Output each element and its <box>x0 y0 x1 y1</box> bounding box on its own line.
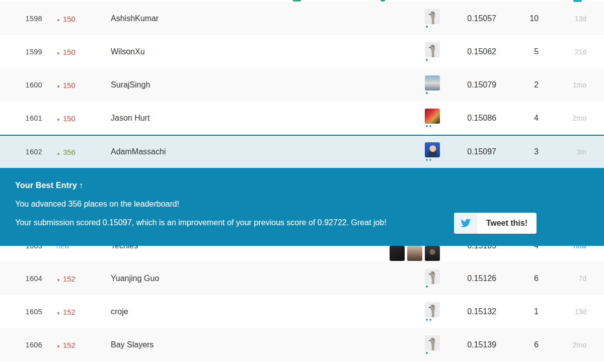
leaderboard-row[interactable]: 1601 150 Jason Hurt 0.15086 4 2mo <box>0 102 604 135</box>
team-name[interactable]: SurajSingh <box>111 80 425 89</box>
score: 0.15126 <box>440 274 496 283</box>
photo-avatar[interactable] <box>390 246 405 261</box>
rank: 1602 <box>12 148 42 156</box>
tier-dots <box>426 319 428 321</box>
leaderboard-row[interactable]: 1598 150 AshishKumar 0.15057 10 13d <box>0 2 604 35</box>
entries-count: 5 <box>496 47 539 56</box>
leaderboard-row[interactable]: 1605 152 croje 0.15132 1 13d <box>0 295 604 328</box>
avatar[interactable] <box>425 75 440 95</box>
last-submission: 21d <box>539 48 586 56</box>
clipped-previous-row <box>0 0 604 2</box>
entries-count: 4 <box>496 114 539 123</box>
tier-dots <box>426 352 428 354</box>
score: 0.15139 <box>440 340 496 349</box>
score: 0.15105 <box>440 246 496 250</box>
rank-up-icon <box>56 148 60 156</box>
avatar[interactable] <box>425 42 440 61</box>
team-name[interactable]: Jason Hurt <box>111 114 425 123</box>
rank: 1601 <box>12 114 42 122</box>
photo-avatar[interactable] <box>425 109 440 124</box>
last-submission: 2mo <box>539 341 586 349</box>
leaderboard: 1598 150 AshishKumar 0.15057 10 13d 1599… <box>0 0 604 364</box>
tweet-this-button[interactable]: Tweet this! <box>454 213 537 234</box>
last-submission: 2mo <box>539 114 586 122</box>
entries-count: 4 <box>496 246 539 250</box>
score: 0.15086 <box>440 114 496 123</box>
rank-change: 152 <box>56 308 97 316</box>
last-submission: 13d <box>539 15 586 23</box>
team-name[interactable]: Bay Slayers <box>111 340 425 349</box>
rank-change: 150 <box>56 15 97 23</box>
score: 0.15097 <box>440 147 496 156</box>
rank-down-icon <box>56 15 60 23</box>
avatar[interactable] <box>425 269 440 288</box>
up-arrow-icon: ↑ <box>79 181 83 190</box>
rank-change: new <box>56 246 97 250</box>
last-submission: 3m <box>539 148 586 156</box>
leaderboard-row[interactable]: 1604 152 Yuanjing Guo 0.15126 6 7d <box>0 262 604 295</box>
goose-avatar-icon[interactable] <box>425 335 440 350</box>
team-name[interactable]: Techies <box>111 246 425 250</box>
rank-down-icon <box>56 81 60 89</box>
rank-change: 150 <box>56 81 97 89</box>
last-submission: now <box>539 246 586 250</box>
leaderboard-row[interactable]: 1599 150 WilsonXu 0.15062 5 21d <box>0 35 604 68</box>
score: 0.15062 <box>440 47 496 56</box>
rank-down-icon <box>56 48 60 56</box>
banner-line-advanced: You advanced 356 places on the leaderboa… <box>15 200 604 209</box>
rank-change: 152 <box>56 275 97 283</box>
leaderboard-row[interactable]: 1606 152 Bay Slayers 0.15139 6 2mo <box>0 328 604 361</box>
rank-change: 356 <box>56 148 97 156</box>
rank-down-icon <box>56 341 60 349</box>
rank: 1600 <box>12 81 42 89</box>
score: 0.15079 <box>440 80 496 89</box>
last-submission: 7d <box>539 275 586 283</box>
clipped-dot-fragment <box>381 0 385 2</box>
tier-dots <box>426 286 428 288</box>
avatar[interactable] <box>425 302 440 321</box>
photo-avatar[interactable] <box>407 246 422 261</box>
tier-dots <box>426 125 428 128</box>
leaderboard-row[interactable]: 1603 new Techies 0.15105 4 now <box>0 246 604 262</box>
goose-avatar-icon[interactable] <box>425 269 440 284</box>
rank-down-icon <box>56 308 60 316</box>
goose-avatar-icon[interactable] <box>425 9 440 24</box>
avatar[interactable] <box>425 9 440 28</box>
team-name[interactable]: AshishKumar <box>111 14 425 23</box>
entries-count: 10 <box>496 14 539 23</box>
tweet-this-label: Tweet this! <box>477 219 537 228</box>
rank-down-icon <box>56 115 60 122</box>
tier-dots <box>426 92 428 95</box>
last-submission: 13d <box>539 308 586 316</box>
team-name[interactable]: Yuanjing Guo <box>111 274 425 283</box>
entries-count: 3 <box>496 147 539 156</box>
entries-count: 1 <box>496 307 539 316</box>
goose-avatar-icon[interactable] <box>425 42 440 57</box>
rank-change: 150 <box>56 48 97 56</box>
team-name[interactable]: croje <box>111 307 425 316</box>
tier-dots <box>426 59 428 61</box>
goose-avatar-icon[interactable] <box>425 302 440 317</box>
avatar[interactable] <box>425 335 440 354</box>
rank: 1603 <box>12 246 42 250</box>
score: 0.15132 <box>440 307 496 316</box>
leaderboard-row[interactable]: 1600 150 SurajSingh 0.15079 2 1mo <box>0 68 604 102</box>
last-submission: 1mo <box>539 81 586 89</box>
partially-hidden-row-container: 1603 new Techies 0.15105 4 now <box>0 246 604 262</box>
tier-dots <box>426 26 428 28</box>
photo-avatar[interactable] <box>425 75 440 90</box>
photo-avatar[interactable] <box>425 142 440 157</box>
entries-count: 2 <box>496 80 539 89</box>
avatar[interactable] <box>425 109 440 128</box>
banner-title: Your Best Entry↑ <box>15 181 604 190</box>
tier-dots <box>426 159 428 161</box>
score: 0.15057 <box>440 14 496 23</box>
rank: 1598 <box>12 15 42 23</box>
photo-avatar[interactable] <box>425 246 440 261</box>
rank: 1599 <box>12 48 42 56</box>
leaderboard-row-your-entry[interactable]: 1602 356 AdamMassachi 0.15097 3 3m <box>0 135 604 168</box>
avatar[interactable] <box>425 142 440 161</box>
team-name[interactable]: AdamMassachi <box>111 147 425 156</box>
team-name[interactable]: WilsonXu <box>111 47 425 56</box>
entries-count: 6 <box>496 340 539 349</box>
